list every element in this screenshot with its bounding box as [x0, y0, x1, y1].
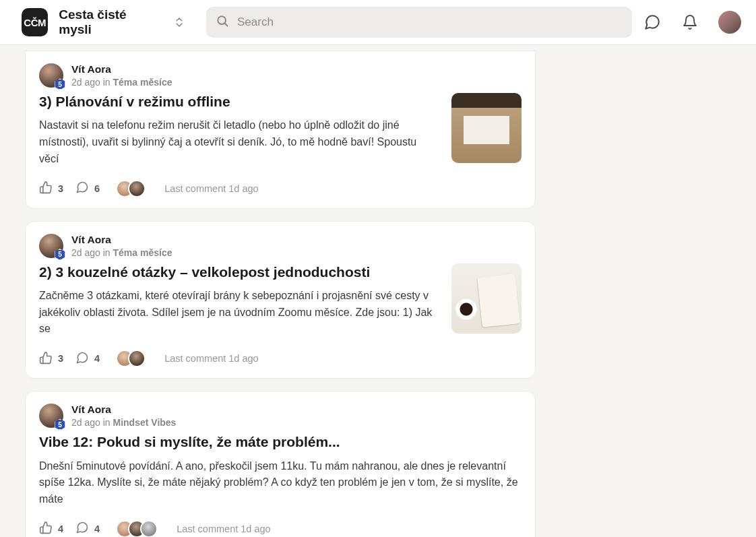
post-title[interactable]: Vibe 12: Pokud si myslíte, že máte probl…	[39, 433, 522, 451]
comment-icon	[75, 351, 89, 367]
post-thumbnail[interactable]	[451, 93, 522, 163]
commenter-avatar	[140, 520, 158, 537]
post-excerpt: Začněme 3 otázkami, které otevírají brán…	[39, 288, 435, 338]
comment-button[interactable]: 6	[75, 181, 100, 196]
post-category[interactable]: Téma měsíce	[113, 77, 172, 88]
author-avatar[interactable]: 5	[39, 63, 63, 88]
app-badge[interactable]: CČM	[22, 8, 48, 36]
post-actions: 3 6 Last comment 1d ago	[39, 180, 522, 197]
space-switcher-icon[interactable]	[171, 13, 187, 31]
post-category[interactable]: Téma měsíce	[113, 247, 172, 258]
commenter-avatars[interactable]	[116, 520, 158, 537]
author-avatar[interactable]: 5	[39, 404, 63, 428]
post-actions: 4 4 Last comment 1d ago	[39, 520, 522, 537]
post-title[interactable]: 3) Plánování v režimu offline	[39, 93, 435, 110]
thumbs-up-icon	[39, 351, 53, 367]
like-button[interactable]: 3	[39, 181, 63, 196]
commenter-avatar	[128, 350, 146, 367]
post-card: 5 Vít Aora 2d ago in Téma měsíce 3) Plán…	[25, 51, 536, 209]
like-button[interactable]: 4	[39, 521, 63, 536]
last-comment-time: Last comment 1d ago	[177, 524, 270, 534]
author-name[interactable]: Vít Aora	[71, 63, 172, 75]
feed: 5 Vít Aora 2d ago in Téma měsíce 3) Plán…	[25, 51, 536, 537]
author-avatar[interactable]: 5	[39, 234, 63, 258]
app-title[interactable]: Cesta čisté mysli	[59, 7, 156, 37]
post-time: 2d ago	[71, 247, 100, 258]
commenter-avatars[interactable]	[116, 350, 146, 367]
topbar-actions	[643, 11, 741, 34]
like-count: 3	[58, 353, 63, 364]
post-meta: 2d ago in Mindset Vibes	[71, 417, 176, 428]
comment-icon	[75, 181, 89, 196]
post-byline: 5 Vít Aora 2d ago in Téma měsíce	[39, 234, 522, 258]
author-name[interactable]: Vít Aora	[71, 234, 172, 246]
search-input[interactable]	[237, 15, 623, 29]
messages-icon[interactable]	[643, 13, 662, 32]
level-badge-icon: 5	[54, 418, 66, 431]
post-card: 5 Vít Aora 2d ago in Téma měsíce 2) 3 ko…	[25, 221, 536, 379]
notifications-icon[interactable]	[681, 13, 699, 32]
like-count: 4	[58, 524, 63, 534]
search-field[interactable]	[206, 7, 632, 38]
post-title[interactable]: 2) 3 kouzelné otázky – velkolepost jedno…	[39, 263, 435, 281]
comment-icon	[75, 521, 89, 536]
comment-button[interactable]: 4	[75, 351, 100, 367]
user-avatar[interactable]	[718, 11, 741, 34]
author-name[interactable]: Vít Aora	[71, 404, 176, 416]
post-meta: 2d ago in Téma měsíce	[71, 77, 172, 88]
comment-count: 4	[94, 524, 100, 534]
svg-line-1	[225, 24, 228, 26]
post-excerpt: Dnešní 5minutové povídání. A ano, přesko…	[39, 458, 522, 508]
post-meta: 2d ago in Téma měsíce	[71, 247, 172, 258]
like-count: 3	[58, 183, 63, 194]
post-byline: 5 Vít Aora 2d ago in Téma měsíce	[39, 63, 522, 88]
search-icon	[216, 14, 229, 30]
commenter-avatars[interactable]	[116, 180, 146, 197]
level-badge-icon: 5	[54, 78, 66, 90]
like-button[interactable]: 3	[39, 351, 63, 367]
meta-in: in	[103, 77, 111, 88]
meta-in: in	[103, 417, 111, 428]
level-badge-icon: 5	[54, 249, 66, 261]
top-bar: CČM Cesta čisté mysli	[0, 0, 756, 45]
last-comment-time: Last comment 1d ago	[164, 353, 258, 364]
last-comment-time: Last comment 1d ago	[164, 183, 258, 194]
post-actions: 3 4 Last comment 1d ago	[39, 350, 522, 367]
comment-button[interactable]: 4	[75, 521, 100, 536]
post-byline: 5 Vít Aora 2d ago in Mindset Vibes	[39, 404, 522, 428]
post-category[interactable]: Mindset Vibes	[113, 417, 177, 428]
post-card: 5 Vít Aora 2d ago in Mindset Vibes Vibe …	[25, 391, 536, 537]
meta-in: in	[103, 247, 111, 258]
post-time: 2d ago	[71, 417, 100, 428]
post-excerpt: Nastavit si na telefonu režim nerušit či…	[39, 117, 435, 167]
thumbs-up-icon	[39, 521, 53, 536]
commenter-avatar	[128, 180, 146, 197]
comment-count: 4	[94, 353, 100, 364]
thumbs-up-icon	[39, 181, 53, 196]
post-thumbnail[interactable]	[451, 263, 522, 334]
post-time: 2d ago	[71, 77, 100, 88]
comment-count: 6	[94, 183, 100, 194]
